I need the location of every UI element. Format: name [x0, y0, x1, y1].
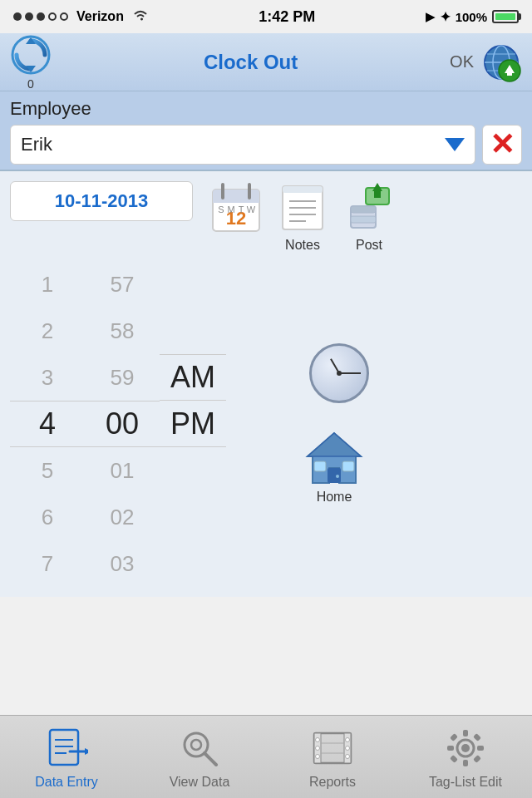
svg-rect-70: [473, 755, 481, 763]
status-right: ▶ ✦ 100%: [426, 9, 519, 25]
ampm-pm: PM: [160, 401, 226, 447]
ampm-column[interactable]: AM PM: [160, 261, 226, 587]
bluetooth-icon: ✦: [440, 9, 451, 25]
signal-dot-5: [60, 12, 68, 21]
svg-rect-65: [447, 746, 454, 751]
hour-item: 3: [10, 354, 85, 401]
minute-item: 01: [85, 447, 160, 494]
close-icon: ✕: [490, 130, 515, 160]
notes-button[interactable]: Notes: [276, 181, 329, 253]
post-label: Post: [356, 238, 382, 253]
time-picker: 1 2 3 4 5 6 7 57 58 59 00 01 02 03: [0, 261, 532, 587]
main-content: 10-11-2013 12 S M T W: [0, 171, 532, 597]
ampm-am: AM: [160, 354, 226, 401]
svg-rect-32: [374, 191, 381, 198]
tab-view-data[interactable]: View Data: [133, 716, 266, 798]
ampm-item: [160, 540, 226, 587]
notes-label: Notes: [285, 238, 320, 253]
toolbar-right: OK: [450, 42, 522, 83]
minute-item: 58: [85, 308, 160, 354]
employee-row: Erik ✕: [10, 125, 522, 165]
svg-point-36: [336, 475, 339, 478]
svg-text:T: T: [239, 204, 244, 214]
tab-data-entry[interactable]: Data Entry: [0, 716, 133, 798]
minute-item: 57: [85, 261, 160, 308]
clear-employee-button[interactable]: ✕: [482, 125, 522, 165]
home-label: Home: [317, 490, 352, 505]
battery-percent: 100%: [456, 10, 487, 24]
svg-rect-63: [463, 730, 468, 736]
location-icon: ▶: [426, 10, 435, 23]
tab-bar: Data Entry View Data: [0, 715, 532, 798]
signal-dot-2: [25, 12, 33, 21]
svg-text:W: W: [247, 204, 256, 214]
svg-rect-64: [463, 760, 468, 766]
status-time: 1:42 PM: [259, 8, 315, 26]
date-display[interactable]: 10-11-2013: [10, 181, 193, 221]
side-icons: Home: [284, 343, 369, 505]
refresh-button[interactable]: [10, 34, 52, 76]
hour-item: 2: [10, 308, 85, 354]
battery-fill: [495, 13, 515, 20]
svg-point-60: [346, 754, 350, 758]
home-button[interactable]: Home: [299, 428, 369, 505]
svg-rect-67: [450, 733, 458, 741]
svg-rect-68: [473, 733, 481, 741]
time-scroll[interactable]: 1 2 3 4 5 6 7 57 58 59 00 01 02 03: [10, 261, 268, 587]
svg-text:M: M: [227, 204, 234, 214]
tab-tag-list-edit[interactable]: Tag-List Edit: [399, 716, 532, 798]
ok-label[interactable]: OK: [450, 52, 474, 71]
badge-count: 0: [27, 77, 34, 91]
clock-minute-hand: [339, 372, 361, 374]
minutes-column[interactable]: 57 58 59 00 01 02 03: [85, 261, 160, 587]
data-entry-icon: [43, 725, 90, 771]
view-data-icon: [176, 725, 223, 771]
clock-button[interactable]: [309, 343, 369, 403]
svg-text:S: S: [218, 204, 224, 214]
svg-point-46: [191, 740, 201, 750]
employee-value: Erik: [21, 134, 52, 155]
toolbar-title: Clock Out: [204, 51, 298, 74]
svg-rect-69: [450, 755, 458, 763]
svg-rect-66: [477, 746, 484, 751]
svg-rect-13: [213, 198, 259, 203]
reports-icon: [309, 725, 356, 771]
hour-item: 1: [10, 261, 85, 308]
date-icon-row: 10-11-2013 12 S M T W: [10, 181, 522, 253]
svg-rect-28: [351, 206, 376, 213]
hour-item: 5: [10, 447, 85, 494]
wifi-icon: [132, 8, 149, 25]
tab-data-entry-label: Data Entry: [35, 775, 98, 790]
carrier-signal: Verizon: [13, 8, 149, 25]
tab-reports-label: Reports: [309, 775, 356, 790]
hours-column[interactable]: 1 2 3 4 5 6 7: [10, 261, 85, 587]
minute-item: 59: [85, 354, 160, 401]
tab-tag-list-edit-label: Tag-List Edit: [429, 775, 502, 790]
svg-point-62: [461, 744, 470, 752]
minute-item: 03: [85, 540, 160, 587]
status-bar: Verizon 1:42 PM ▶ ✦ 100%: [0, 0, 532, 33]
employee-label: Employee: [10, 98, 522, 120]
calendar-button[interactable]: 12 S M T W: [209, 181, 263, 253]
svg-point-59: [346, 746, 350, 750]
post-button[interactable]: Post: [342, 181, 396, 253]
svg-point-55: [316, 737, 320, 741]
signal-dot-3: [37, 12, 45, 21]
carrier-name: Verizon: [76, 9, 124, 24]
ampm-item: [160, 308, 226, 354]
tab-view-data-label: View Data: [170, 775, 230, 790]
ampm-item: [160, 494, 226, 540]
svg-rect-22: [283, 186, 323, 193]
battery-icon: [492, 10, 519, 23]
globe-button[interactable]: [480, 42, 522, 83]
svg-point-58: [346, 737, 350, 741]
svg-point-56: [316, 746, 320, 750]
minute-item: 02: [85, 494, 160, 540]
svg-rect-37: [314, 461, 326, 471]
hour-item: 7: [10, 540, 85, 587]
ampm-item: [160, 447, 226, 494]
tab-reports[interactable]: Reports: [266, 716, 399, 798]
svg-marker-44: [85, 748, 88, 755]
toolbar: 0 Clock Out OK: [0, 33, 532, 91]
employee-dropdown[interactable]: Erik: [10, 125, 475, 165]
